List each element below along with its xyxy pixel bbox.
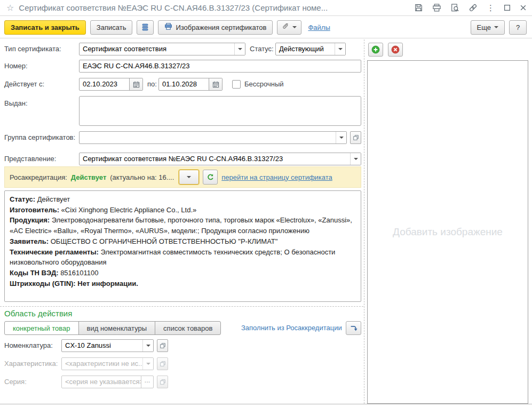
chevron-down-icon (494, 26, 498, 28)
detail-row: Заявитель: ОБЩЕСТВО С ОГРАНИЧЕННОЙ ОТВЕТ… (10, 236, 356, 247)
tab-specific-product[interactable]: конкретный товар (4, 321, 79, 335)
series-input: <серия не указывается> ... (61, 376, 154, 388)
valid-to-label: по: (147, 78, 157, 91)
chevron-down-icon[interactable] (336, 132, 346, 143)
delete-icon (391, 45, 400, 54)
save-icon[interactable] (414, 3, 423, 12)
form-content: Тип сертификата: Сертификат соответствия… (0, 38, 532, 407)
tab-nomenclature-kind[interactable]: вид номенклатуры (78, 321, 156, 335)
detail-row: Статус: Действует (10, 194, 356, 205)
certificate-images-button[interactable]: Изображения сертификатов (158, 20, 273, 35)
status-combobox[interactable]: Действующий (275, 43, 346, 55)
characteristic-open-button (157, 357, 168, 370)
chevron-down-icon (292, 26, 297, 28)
detail-row: Штрихкоды (GTIN): Нет информации. (10, 278, 356, 289)
group-open-button[interactable] (350, 131, 361, 144)
accreditation-label: Росаккредитация: (10, 173, 67, 181)
nomenclature-combobox[interactable]: CX-10 Zanussi (61, 339, 154, 352)
group-label: Группа сертификатов: (4, 131, 75, 144)
maximize-icon[interactable] (504, 4, 511, 11)
valid-to-input[interactable]: 01.10.2028 (158, 78, 223, 91)
certificate-window: ☆ Сертификат соответствия №ЕАЭС RU C-CN.… (0, 0, 532, 407)
favorite-star-icon[interactable]: ☆ (6, 3, 14, 13)
image-placeholder: Добавить изображение (393, 226, 503, 238)
nomenclature-label: Номенклатура: (4, 339, 53, 352)
paperclip-icon (282, 22, 290, 32)
detail-row: Продукция: Электроводонагреватели бытовы… (10, 215, 356, 236)
detail-row: Изготовитель: «Cixi Xinghong Electric Ap… (10, 205, 356, 216)
save-button[interactable]: Записать (90, 20, 133, 35)
series-label: Серия: (4, 376, 27, 388)
valid-from-input[interactable]: 02.10.2023 (79, 78, 143, 91)
accreditation-banner: Росаккредитация: Действует (актуально на… (4, 166, 361, 188)
tab-product-list[interactable]: список товаров (155, 321, 221, 335)
nomenclature-open-button[interactable] (157, 339, 168, 352)
refresh-button[interactable] (203, 170, 218, 185)
section-separator (0, 306, 363, 307)
perpetual-checkbox[interactable] (232, 80, 241, 89)
type-combobox[interactable]: Сертификат соответствия (79, 43, 245, 55)
chevron-down-icon[interactable] (335, 43, 345, 55)
help-button[interactable]: ? (509, 20, 527, 35)
perpetual-label: Бессрочный (244, 78, 284, 91)
chevron-down-icon[interactable] (142, 340, 153, 352)
accreditation-note: (актуально на: 16.... (110, 173, 174, 181)
characteristic-combobox: <характеристики не ис... (61, 357, 154, 370)
refresh-icon (207, 173, 215, 181)
scope-tabs: конкретный товар вид номенклатуры список… (4, 321, 221, 335)
more-button[interactable]: Еще (471, 20, 505, 35)
delete-image-button[interactable] (388, 43, 403, 57)
printer-icon (164, 22, 172, 32)
curved-arrow-icon (350, 324, 358, 332)
accreditation-dropdown-button[interactable] (179, 170, 199, 185)
status-label: Статус: (250, 43, 274, 55)
valid-from-label: Действует с: (4, 78, 44, 91)
chevron-down-icon[interactable] (350, 153, 361, 165)
detail-row: Технические регламенты: Электромагнитная… (10, 247, 356, 268)
number-label: Номер: (4, 60, 28, 73)
related-documents-button[interactable] (137, 20, 154, 35)
certificate-page-link[interactable]: перейти на страницу сертификата (221, 173, 332, 181)
characteristic-label: Характеристика: (4, 357, 58, 370)
certificate-details: Статус: Действует Изготовитель: «Cixi Xi… (4, 190, 361, 302)
presentation-combobox[interactable]: Сертификат соответствия №ЕАЭС RU C-CN.АЯ… (79, 153, 361, 165)
add-image-button[interactable] (368, 43, 383, 57)
print-preview-icon[interactable] (450, 3, 459, 12)
group-combobox[interactable] (79, 131, 347, 144)
print-icon[interactable] (432, 3, 441, 12)
toolbar: Записать и закрыть Записать Изображения … (0, 17, 532, 38)
fill-arrow-button[interactable] (346, 321, 361, 335)
close-icon[interactable] (520, 4, 527, 11)
certificate-image-area[interactable]: Добавить изображение (367, 60, 528, 404)
calendar-icon[interactable] (129, 78, 142, 90)
more-menu-icon[interactable]: ⋮ (487, 4, 495, 12)
detail-row: Коды ТН ВЭД: 8516101100 (10, 268, 356, 278)
ellipsis-button: ... (141, 376, 153, 388)
form-bottom-border (0, 404, 532, 404)
scope-section-title: Область действия (4, 309, 72, 318)
attachments-button[interactable] (277, 20, 301, 35)
presentation-label: Представление: (4, 153, 56, 165)
plus-icon (371, 45, 380, 54)
number-input[interactable]: ЕАЭС RU C-CN.АЯ46.В.31327/23 (79, 60, 361, 73)
get-link-icon[interactable] (469, 3, 478, 12)
chevron-down-icon[interactable] (234, 43, 245, 55)
type-label: Тип сертификата: (4, 43, 61, 55)
files-link[interactable]: Файлы (308, 23, 330, 31)
save-and-close-button[interactable]: Записать и закрыть (4, 20, 86, 35)
panel-splitter[interactable] (364, 39, 364, 404)
series-open-button (157, 376, 168, 388)
chevron-down-icon (142, 358, 153, 370)
chevron-down-icon (187, 176, 191, 178)
window-title: Сертификат соответствия №ЕАЭС RU C-CN.АЯ… (19, 3, 328, 12)
issued-textarea[interactable] (79, 96, 361, 126)
accreditation-status: Действует (71, 173, 106, 181)
issued-label: Выдан: (4, 97, 28, 110)
fill-from-accreditation-link[interactable]: Заполнить из Росаккредитации (241, 324, 342, 332)
title-bar: ☆ Сертификат соответствия №ЕАЭС RU C-CN.… (0, 0, 532, 16)
calendar-icon[interactable] (209, 78, 222, 90)
